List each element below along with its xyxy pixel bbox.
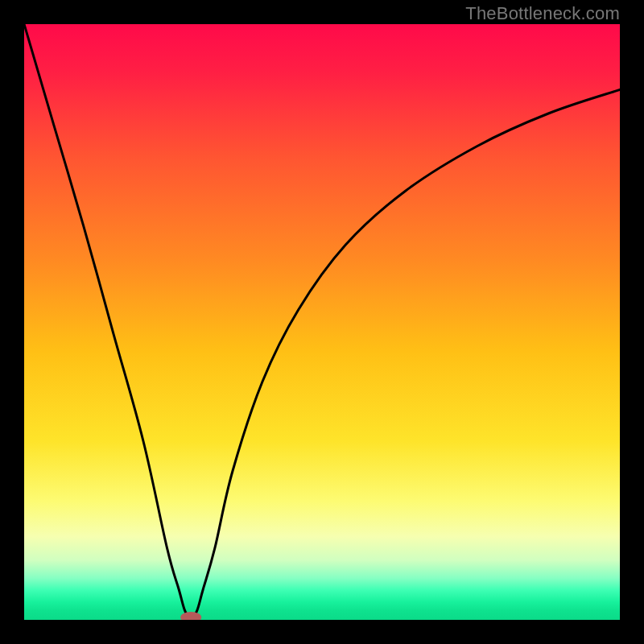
minimum-marker <box>180 612 201 620</box>
plot-area <box>24 24 620 620</box>
watermark-text: TheBottleneck.com <box>465 3 620 24</box>
chart-frame: TheBottleneck.com <box>0 0 644 644</box>
curve-left-branch <box>24 24 191 620</box>
curve-right-branch <box>191 89 620 620</box>
curve-svg <box>24 24 620 620</box>
